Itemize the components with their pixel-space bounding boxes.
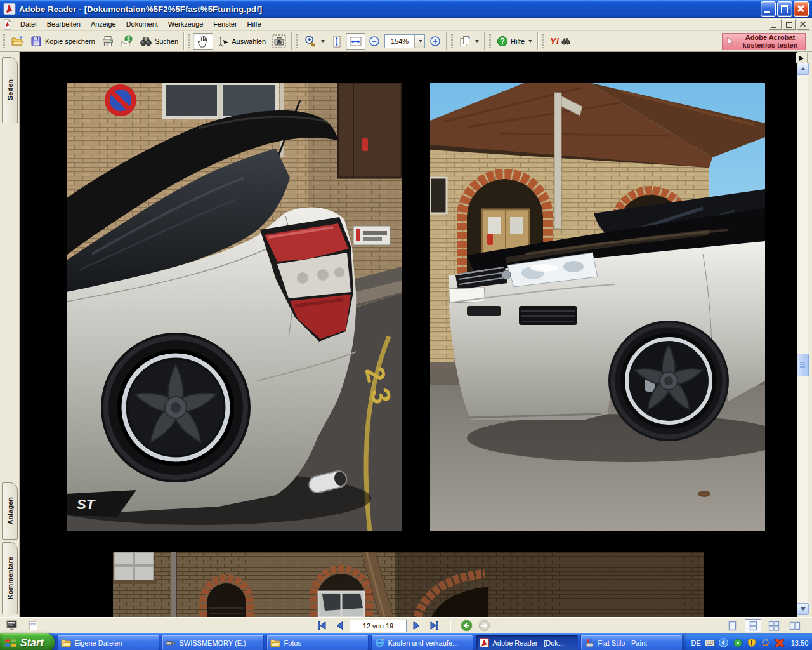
printer-icon <box>102 35 114 48</box>
next-view-button[interactable] <box>476 620 492 632</box>
menu-hilfe[interactable]: Hilfe <box>242 19 266 29</box>
minimize-button[interactable] <box>761 1 776 17</box>
menu-werkzeuge[interactable]: Werkzeuge <box>163 19 208 29</box>
menu-dokument[interactable]: Dokument <box>121 19 163 29</box>
taskbar-clock[interactable]: 13:50 <box>791 639 809 647</box>
vertical-scrollbar[interactable] <box>797 63 808 615</box>
taskbar-item-paint[interactable]: Fiat Stilo - Paint <box>580 635 683 650</box>
page-layout-modes <box>724 619 803 632</box>
windows-logo-icon <box>4 637 17 649</box>
page-number-input[interactable] <box>350 620 407 632</box>
first-page-button[interactable] <box>314 620 329 632</box>
taskbar-item-fotos[interactable]: Fotos <box>266 635 369 650</box>
taskbar-item-internet-explorer[interactable]: Kaufen und verkaufe... <box>371 635 473 650</box>
email-globe-icon <box>121 35 133 48</box>
next-page-button[interactable] <box>409 620 424 632</box>
document-close-button[interactable] <box>797 19 809 30</box>
toolbar-grip[interactable] <box>188 34 190 48</box>
save-copy-button[interactable]: Kopie speichern <box>27 33 98 50</box>
x1-search-tray-icon[interactable] <box>775 638 785 648</box>
status-bar <box>0 617 812 633</box>
language-indicator[interactable]: DE <box>691 639 700 647</box>
email-button[interactable] <box>117 33 136 50</box>
single-page-mode-button[interactable] <box>724 619 740 632</box>
acrobat-button-line1: Adobe Acrobat <box>745 34 795 41</box>
restore-button[interactable] <box>777 1 792 17</box>
menu-bar: Datei Bearbeiten Anzeige Dokument Werkze… <box>0 18 812 31</box>
page-size-icon[interactable] <box>27 620 41 632</box>
adobe-acrobat-trial-button[interactable]: Adobe Acrobat kostenlos testen <box>722 33 806 50</box>
fit-page-button[interactable] <box>328 33 346 50</box>
security-shield-tray-icon[interactable] <box>747 638 757 648</box>
snapshot-tool-button[interactable] <box>269 33 289 50</box>
toolbar-grip[interactable] <box>3 34 5 48</box>
continuous-mode-button[interactable] <box>745 619 761 632</box>
previous-page-button[interactable] <box>332 620 347 632</box>
zoom-out-button[interactable] <box>365 33 383 50</box>
keyboard-icon[interactable] <box>705 638 715 648</box>
toolbar-grip[interactable] <box>296 34 298 48</box>
yahoo-logo: Y! <box>550 36 559 46</box>
scrollbar-thumb[interactable] <box>797 354 809 376</box>
print-button[interactable] <box>98 33 117 50</box>
menu-datei[interactable]: Datei <box>15 19 42 29</box>
close-button[interactable] <box>794 1 809 17</box>
zoom-tool-dropdown-arrow[interactable] <box>321 40 325 43</box>
select-tool-button[interactable]: Auswählen <box>213 33 269 50</box>
hide-icons-chevron[interactable] <box>719 638 729 648</box>
windows-update-tray-icon[interactable] <box>761 638 771 648</box>
save-copy-label: Kopie speichern <box>45 37 95 45</box>
facing-mode-button[interactable] <box>787 619 803 632</box>
sill-decal-text: ST <box>77 496 96 512</box>
zoom-in-magnifier-icon <box>304 35 317 48</box>
taskbar-item-adobe-reader[interactable]: Adobe Reader - [Dok... <box>476 635 578 650</box>
help-label: Hilfe <box>511 37 525 45</box>
continuous-facing-mode-button[interactable] <box>766 619 782 632</box>
page-display-dropdown-arrow[interactable] <box>475 40 479 43</box>
toolbar-grip[interactable] <box>542 34 544 48</box>
previous-view-button[interactable] <box>459 620 474 632</box>
taskbar-item-swissmemory[interactable]: SWISSMEMORY (E:) <box>162 635 264 650</box>
taskbar-item-eigene-dateien[interactable]: Eigene Dateien <box>57 635 159 650</box>
adobe-reader-icon <box>3 3 16 15</box>
last-page-button[interactable] <box>427 620 442 632</box>
help-button[interactable]: Hilfe <box>494 33 535 50</box>
yahoo-binoculars-icon <box>561 37 570 46</box>
zoom-in-button[interactable] <box>426 33 444 50</box>
window-title: Adobe Reader - [Dokumentaion%5F2%5Ffast%… <box>19 4 761 14</box>
floppy-disk-icon <box>30 35 43 48</box>
tab-seiten[interactable]: Seiten <box>2 57 18 123</box>
document-restore-button[interactable] <box>783 19 796 30</box>
tab-kommentare[interactable]: Kommentare <box>2 542 18 614</box>
toolbar-grip[interactable] <box>489 34 491 48</box>
menu-fenster[interactable]: Fenster <box>208 19 242 29</box>
center-intake <box>519 306 577 325</box>
scroll-up-button[interactable] <box>797 63 809 75</box>
scroll-down-button[interactable] <box>797 603 809 615</box>
document-minimize-button[interactable] <box>769 19 782 30</box>
menu-anzeige[interactable]: Anzeige <box>86 19 121 29</box>
open-button[interactable] <box>8 33 27 50</box>
hand-tool-button[interactable] <box>193 33 213 50</box>
zoom-level-dropdown[interactable] <box>414 35 424 48</box>
toolbar-grip[interactable] <box>451 34 453 48</box>
disc-utility-tray-icon[interactable] <box>733 638 743 648</box>
zoom-tool-button[interactable] <box>301 33 328 50</box>
tab-anlagen[interactable]: Anlagen <box>2 482 18 540</box>
yahoo-messenger-button[interactable]: Y! <box>547 33 573 50</box>
help-dropdown-arrow[interactable] <box>528 40 532 43</box>
page-layout-icon <box>459 35 471 48</box>
page-display-button[interactable] <box>455 33 482 50</box>
search-button[interactable]: Suchen <box>136 33 181 50</box>
title-bar[interactable]: Adobe Reader - [Dokumentaion%5F2%5Ffast%… <box>0 0 812 18</box>
snapshot-camera-icon <box>272 34 286 48</box>
fit-width-button[interactable] <box>346 33 365 50</box>
menu-bearbeiten[interactable]: Bearbeiten <box>42 19 86 29</box>
pdf-page-canvas[interactable]: 2 3 <box>20 52 797 617</box>
help-icon <box>497 36 508 47</box>
toolbar-overflow-button[interactable] <box>796 53 808 63</box>
zoom-level-input[interactable] <box>385 35 414 48</box>
start-button[interactable]: Start <box>0 633 55 650</box>
document-properties-icon[interactable] <box>5 620 19 632</box>
folder-icon <box>270 639 280 647</box>
